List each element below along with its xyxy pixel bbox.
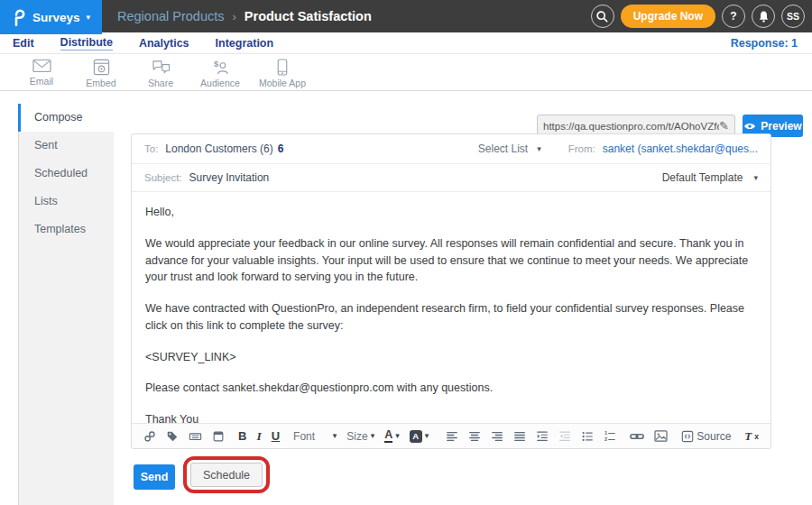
body-paragraph: We have contracted with QuestionPro, an … [145,300,757,335]
sidebar-item-templates[interactable]: Templates [19,216,114,243]
breadcrumb-separator-icon: › [233,10,236,23]
svg-text:$: $ [213,59,218,69]
to-value[interactable]: London Customers (6) [165,142,272,155]
background-color-icon: A [410,430,422,443]
subject-value[interactable]: Survey Invitation [189,171,270,184]
email-icon [32,59,51,74]
breadcrumb-parent[interactable]: Regional Products [117,9,225,23]
search-button[interactable] [591,5,614,28]
body-paragraph: Please contact sanket.shekdar@questionpr… [145,380,757,397]
source-button[interactable]: Source [681,430,731,443]
link-chain-button[interactable] [143,430,156,443]
send-button[interactable]: Send [134,464,175,490]
upgrade-now-button[interactable]: Upgrade Now [621,5,715,28]
window-icon [212,430,225,443]
align-left-icon [446,430,458,443]
audience-icon: $ [211,59,230,76]
bell-icon [757,10,770,23]
schedule-annotation-highlight: Schedule [183,456,270,493]
mode-share[interactable]: Share [132,59,189,88]
window-button[interactable] [212,430,225,443]
mobile-app-icon [277,59,288,76]
notifications-button[interactable] [752,5,775,28]
remove-format-button[interactable]: Tx [744,429,759,444]
svg-text:2: 2 [604,436,607,442]
numbered-list-button[interactable]: 12 [604,430,616,443]
template-dropdown[interactable]: Default Template ▾ [662,171,758,184]
edit-url-icon[interactable]: ✎ [719,119,729,133]
indent-button[interactable] [536,430,549,443]
outdent-icon [558,430,571,443]
mode-label: Embed [86,78,115,88]
insert-image-button[interactable] [654,430,668,442]
search-icon [595,10,609,23]
indent-icon [536,430,549,443]
align-right-button[interactable] [491,430,503,443]
size-dropdown[interactable]: Size ▾ [346,430,374,443]
align-right-icon [491,430,503,443]
mode-embed[interactable]: Embed [72,59,130,88]
body-paragraph: <SURVEY_LINK> [145,349,757,366]
mode-audience[interactable]: $ Audience [191,59,249,88]
text-color-button[interactable]: A ▾ [384,429,400,444]
outdent-button[interactable] [558,430,571,443]
source-label: Source [697,430,731,443]
tab-analytics[interactable]: Analytics [139,37,189,50]
font-dropdown-label: Font [293,430,315,443]
email-body-editor[interactable]: Hello, We would appreciate your feedback… [132,192,770,423]
header-actions: Upgrade Now ? SS [591,5,805,28]
share-icon [152,59,171,76]
distribute-sidebar: Compose Sent Scheduled Lists Templates [18,104,114,505]
link-chain-icon [143,430,156,443]
response-count[interactable]: Response: 1 [731,37,798,50]
sidebar-item-sent[interactable]: Sent [19,132,114,160]
survey-url-input[interactable] [543,121,719,132]
help-button[interactable]: ? [722,5,745,28]
bold-button[interactable]: B [238,429,246,443]
recipient-count[interactable]: 6 [278,142,284,155]
mode-mobile-app[interactable]: Mobile App [254,59,311,88]
avatar[interactable]: SS [781,5,805,28]
surveys-menu-label: Surveys [32,11,80,24]
breadcrumb-current: Product Satisfaction [245,9,372,23]
underline-button[interactable]: U [272,429,280,443]
body-paragraph: Thank You [145,411,757,423]
font-dropdown[interactable]: Font ▾ [293,430,337,443]
tab-edit[interactable]: Edit [13,37,34,50]
embed-icon [93,59,110,76]
insert-link-button[interactable] [630,431,644,442]
sidebar-item-scheduled[interactable]: Scheduled [19,160,114,188]
select-list-dropdown[interactable]: Select List ▾ [478,142,541,155]
align-center-button[interactable] [468,430,481,443]
bullet-list-button[interactable] [581,430,594,443]
sidebar-item-lists[interactable]: Lists [19,188,114,216]
tab-distribute[interactable]: Distribute [60,36,113,50]
tag-button[interactable] [166,430,179,443]
mode-email[interactable]: Email [13,59,70,87]
chevron-down-icon: ▾ [333,432,337,440]
mode-label: Share [148,78,173,88]
schedule-button[interactable]: Schedule [190,463,263,487]
background-color-button[interactable]: A ▾ [410,430,429,443]
justify-button[interactable] [513,430,526,443]
keyboard-button[interactable] [189,430,202,443]
eye-icon [743,122,756,131]
subject-row: Subject: Survey Invitation Default Templ… [132,164,770,192]
breadcrumb: Regional Products › Product Satisfaction [117,0,372,32]
chevron-down-icon: ▾ [395,432,400,440]
numbered-list-icon: 12 [604,430,616,443]
insert-link-icon [630,431,644,442]
question-mark-icon: ? [730,10,736,23]
tab-integration[interactable]: Integration [216,37,274,50]
body-paragraph: We would appreciate your feedback in our… [145,235,757,286]
sidebar-item-compose[interactable]: Compose [18,104,114,132]
tag-icon [166,430,179,443]
from-value[interactable]: sanket (sanket.shekdar@ques... [603,142,758,155]
chevron-down-icon: ▾ [87,14,91,22]
align-left-button[interactable] [446,430,458,443]
chevron-down-icon: ▾ [425,432,429,440]
italic-button[interactable]: I [256,429,261,444]
select-list-label: Select List [478,142,528,155]
survey-nav: Edit Distribute Analytics Integration Re… [0,32,812,54]
surveys-menu-button[interactable]: Surveys ▾ [0,0,102,34]
